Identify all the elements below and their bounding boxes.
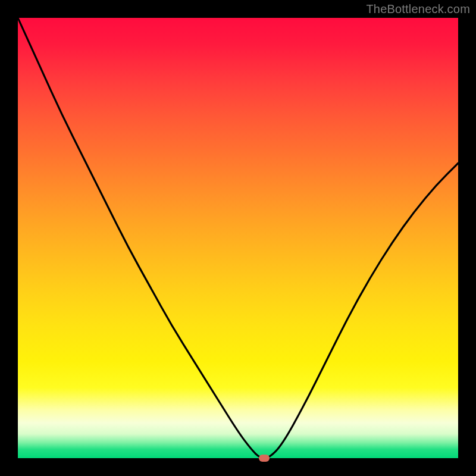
bottleneck-curve <box>18 18 458 458</box>
chart-frame: TheBottleneck.com <box>0 0 476 476</box>
optimum-marker <box>259 455 270 462</box>
plot-area <box>18 18 458 458</box>
watermark-text: TheBottleneck.com <box>366 2 470 16</box>
